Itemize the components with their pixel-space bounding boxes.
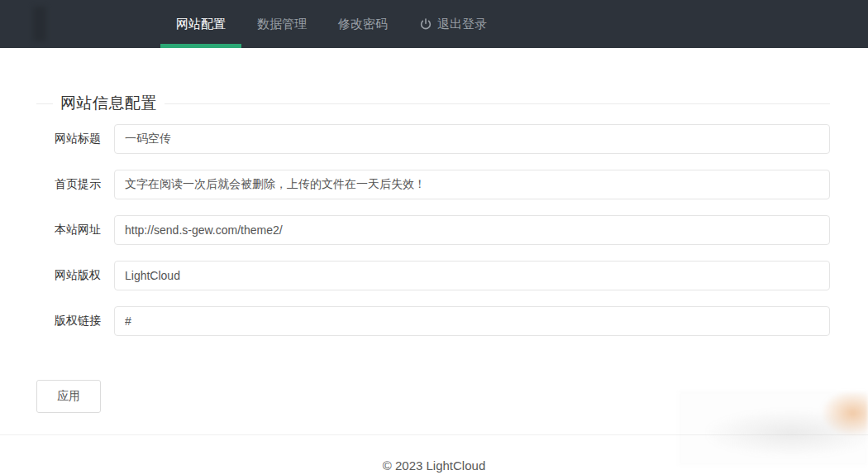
tab-site-config[interactable]: 网站配置 [160,0,241,48]
form-row-home-tip: 首页提示 [36,170,830,199]
form-row-site-title: 网站标题 [36,124,830,154]
footer-copyright: © 2023 LightCloud [383,458,485,473]
home-tip-input[interactable] [114,170,830,199]
section-title: 网站信息配置 [53,93,165,114]
form-row-site-copyright: 网站版权 [36,261,830,290]
apply-button[interactable]: 应用 [36,380,101,413]
site-title-label: 网站标题 [36,132,114,146]
tab-data-management-label: 数据管理 [257,17,307,32]
top-nav: 网站配置 数据管理 修改密码 退出登录 [0,0,868,48]
site-config-form: 网站标题 首页提示 本站网址 网站版权 版权链接 应用 [36,124,830,413]
main-content: 网站信息配置 网站标题 首页提示 本站网址 网站版权 版权链接 应用 [0,48,868,413]
site-url-label: 本站网址 [36,223,114,238]
form-row-copyright-link: 版权链接 [36,306,830,336]
tab-data-management[interactable]: 数据管理 [241,0,322,48]
site-title-input[interactable] [114,124,830,154]
copyright-link-label: 版权链接 [36,314,114,329]
logout-button[interactable]: 退出登录 [403,0,503,48]
tab-change-password[interactable]: 修改密码 [322,0,403,48]
footer: © 2023 LightCloud [0,435,868,473]
form-row-site-url: 本站网址 [36,215,830,245]
copyright-link-input[interactable] [114,306,830,336]
site-copyright-input[interactable] [114,261,830,290]
site-url-input[interactable] [114,215,830,245]
tab-change-password-label: 修改密码 [338,17,388,32]
home-tip-label: 首页提示 [36,177,114,192]
tab-site-config-label: 网站配置 [176,17,226,32]
logout-label: 退出登录 [437,17,487,32]
site-copyright-label: 网站版权 [36,268,114,283]
faint-logo [33,7,46,41]
section-legend: 网站信息配置 [36,93,830,114]
power-icon [419,17,432,31]
legend-line-left [36,103,53,104]
legend-line-right [165,103,830,104]
